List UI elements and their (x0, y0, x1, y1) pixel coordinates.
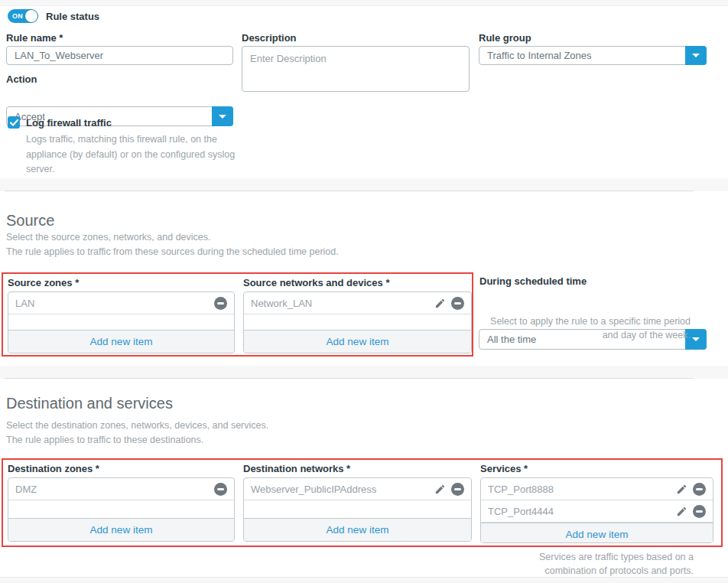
add-new-item-button[interactable]: Add new item (244, 330, 471, 353)
minus-icon (214, 483, 227, 496)
destination-highlight-box: Destination zones * Destination networks… (2, 458, 723, 547)
destination-subtitle-2: The rule applies to traffic to these des… (6, 435, 203, 445)
log-traffic-help-line: Logs traffic, matching this firewall rul… (26, 132, 235, 148)
section-divider (0, 178, 728, 191)
minus-icon (214, 297, 227, 310)
rule-group-label: Rule group (479, 32, 531, 44)
source-zones-label: Source zones * (8, 277, 79, 288)
services-help: Services are traffic types based on a co… (479, 550, 694, 578)
action-label: Action (6, 73, 37, 85)
description-placeholder: Enter Description (250, 53, 327, 64)
description-textarea[interactable]: Enter Description (242, 46, 470, 92)
bottom-strip (0, 577, 728, 583)
remove-item-button[interactable] (214, 297, 227, 310)
pencil-icon (676, 506, 687, 517)
list-item: DMZ (8, 478, 234, 500)
log-traffic-checkbox[interactable] (8, 116, 20, 129)
rule-status-row: ON Rule status (8, 9, 99, 23)
remove-item-button[interactable] (451, 297, 464, 310)
rule-group-select[interactable]: Traffic to Internal Zones (479, 46, 707, 65)
top-strip (0, 0, 728, 6)
pencil-icon (676, 484, 687, 495)
section-divider (0, 366, 728, 379)
destination-section-title: Destination and services (6, 395, 173, 412)
services-help-line: Services are traffic types based on a (479, 550, 694, 564)
item-name: DMZ (15, 484, 209, 495)
schedule-help-line: and day of the week. (479, 328, 691, 342)
log-traffic-help-line: appliance (by default) or on the configu… (26, 148, 235, 163)
source-subtitle-1: Select the source zones, networks, and d… (6, 232, 211, 243)
pencil-icon (434, 484, 446, 495)
list-empty-space (244, 314, 471, 330)
add-new-item-button[interactable]: Add new item (481, 523, 713, 543)
divider-line (5, 378, 693, 379)
list-empty-space (8, 500, 234, 518)
source-networks-list: Network_LAN Add new item (243, 292, 472, 353)
item-name: LAN (15, 298, 209, 309)
destination-networks-list: Webserver_PublicIPAddress Add new item (243, 477, 472, 542)
services-label: Services * (480, 463, 528, 474)
add-new-item-button[interactable]: Add new item (244, 518, 471, 541)
remove-item-button[interactable] (693, 505, 706, 518)
destination-networks-label: Destination networks * (243, 463, 350, 474)
source-highlight-box: Source zones * Source networks and devic… (2, 272, 473, 357)
chevron-down-icon (692, 337, 700, 341)
add-new-item-label: Add new item (90, 336, 153, 347)
item-name: TCP_Port8888 (488, 484, 671, 495)
log-traffic-help: Logs traffic, matching this firewall rul… (26, 132, 235, 178)
add-new-item-button[interactable]: Add new item (8, 518, 234, 541)
remove-item-button[interactable] (451, 483, 464, 496)
edit-item-button[interactable] (434, 298, 446, 309)
destination-zones-list: DMZ Add new item (8, 477, 235, 542)
rule-status-label: Rule status (46, 11, 99, 22)
rule-group-value: Traffic to Internal Zones (479, 50, 706, 61)
list-item: LAN (8, 292, 234, 314)
remove-item-button[interactable] (693, 483, 706, 496)
action-dropdown-button[interactable] (212, 106, 233, 126)
firewall-rule-editor: ON Rule status Rule name * LAN_To_Webser… (0, 0, 728, 583)
schedule-help: Select to apply the rule to a specific t… (479, 314, 691, 342)
destination-subtitle-1: Select the destination zones, networks, … (6, 420, 268, 431)
minus-icon (451, 297, 464, 310)
add-new-item-label: Add new item (566, 529, 629, 540)
toggle-on-label: ON (12, 12, 23, 20)
rule-name-label: Rule name * (6, 32, 63, 44)
services-help-line: combination of protocols and ports. (479, 564, 694, 578)
toggle-knob (25, 10, 37, 22)
edit-item-button[interactable] (434, 484, 446, 495)
add-new-item-label: Add new item (90, 524, 153, 536)
add-new-item-label: Add new item (327, 336, 389, 347)
rule-status-toggle[interactable]: ON (8, 9, 38, 23)
item-name: TCP_Port4444 (488, 506, 671, 517)
destination-zones-label: Destination zones * (8, 463, 99, 474)
minus-icon (451, 483, 464, 496)
schedule-help-line: Select to apply the rule to a specific t… (479, 314, 691, 328)
list-item: Webserver_PublicIPAddress (244, 478, 471, 500)
list-item: Network_LAN (244, 292, 471, 314)
chevron-down-icon (692, 54, 700, 57)
divider-line (5, 191, 693, 191)
log-traffic-help-line: server. (26, 162, 235, 178)
pencil-icon (434, 298, 446, 309)
rule-group-dropdown-button[interactable] (685, 46, 707, 65)
source-networks-label: Source networks and devices * (243, 277, 389, 288)
list-item: TCP_Port4444 (481, 500, 713, 523)
edit-item-button[interactable] (676, 506, 687, 517)
minus-icon (693, 483, 706, 496)
item-name: Webserver_PublicIPAddress (251, 484, 429, 495)
item-name: Network_LAN (251, 298, 429, 309)
list-item: TCP_Port8888 (481, 478, 713, 500)
services-list: TCP_Port8888 TCP_Port4444 (480, 477, 713, 543)
source-section-title: Source (6, 212, 54, 230)
source-subtitle-2: The rule applies to traffic from these s… (6, 246, 339, 257)
log-traffic-label[interactable]: Log firewall traffic (26, 117, 112, 129)
add-new-item-button[interactable]: Add new item (8, 330, 234, 353)
edit-item-button[interactable] (676, 484, 687, 495)
rule-name-input[interactable]: LAN_To_Webserver (6, 46, 233, 65)
remove-item-button[interactable] (214, 483, 227, 496)
list-empty-space (8, 314, 234, 330)
source-zones-list: LAN Add new item (8, 292, 235, 353)
list-empty-space (244, 500, 471, 518)
minus-icon (693, 505, 706, 518)
chevron-down-icon (219, 115, 226, 119)
